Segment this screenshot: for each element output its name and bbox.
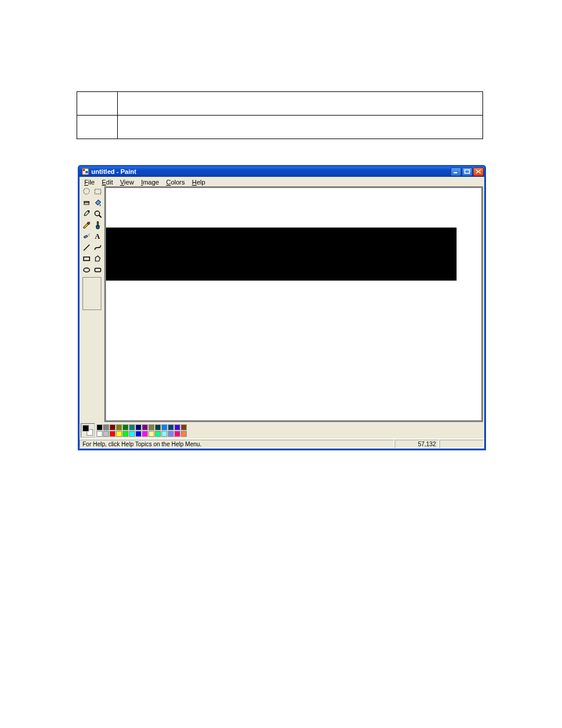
color-swatch[interactable] [168,431,174,437]
rectangle-icon [82,255,91,263]
color-swatch[interactable] [97,424,103,430]
airbrush-icon [82,232,91,241]
svg-rect-1 [83,169,85,171]
polygon-icon [94,255,102,263]
svg-rect-2 [85,171,88,173]
pencil-icon [82,221,91,229]
maximize-button[interactable] [462,167,472,176]
header-table [77,91,483,139]
svg-rect-20 [95,268,101,272]
svg-rect-8 [88,210,90,212]
status-size [439,440,484,448]
svg-text:A: A [95,232,100,241]
svg-line-17 [84,245,90,251]
ellipse-tool[interactable] [81,265,92,275]
svg-rect-7 [84,202,89,203]
color-swatch[interactable] [168,424,174,430]
color-swatch[interactable] [116,424,122,430]
color-swatch[interactable] [181,431,187,437]
menubar: File Edit View Image Colors Help File Ed… [80,177,484,186]
fill-tool[interactable] [92,197,103,208]
magnifier-icon [94,210,102,218]
pencil-tool[interactable] [81,220,92,230]
color-swatch[interactable] [142,424,148,430]
paint-window: untitled - Paint File Edit View Image Co… [78,165,486,450]
foreground-color-swatch [82,425,89,431]
status-coords: 57,132 [395,440,439,448]
eraser-icon [82,199,91,207]
svg-rect-12 [97,222,98,226]
rect-select-icon [94,187,102,196]
color-swatch[interactable] [110,431,115,437]
menu-file[interactable]: File [81,178,98,186]
color-swatch[interactable] [161,424,167,430]
svg-rect-3 [454,172,457,173]
svg-point-15 [88,235,89,236]
menu-view[interactable]: View [117,178,138,186]
svg-rect-18 [84,257,90,261]
color-swatch[interactable] [181,424,187,430]
brush-icon [94,221,102,229]
bucket-icon [94,199,102,207]
table-row [77,92,482,115]
rounded-rect-tool[interactable] [92,265,103,275]
color-swatch[interactable] [174,424,180,430]
titlebar[interactable]: untitled - Paint [79,166,485,177]
toolbox: A [80,186,104,422]
color-swatch[interactable] [116,431,122,437]
color-swatch[interactable] [97,431,103,437]
color-swatch[interactable] [103,424,109,430]
text-tool[interactable]: A [92,231,103,242]
rect-select-tool[interactable] [92,186,103,197]
line-tool[interactable] [81,242,92,253]
eyedropper-icon [82,210,91,218]
rectangle-tool[interactable] [81,253,92,264]
svg-point-13 [88,234,88,235]
close-button[interactable] [473,167,484,176]
menu-help[interactable]: Help [189,178,209,186]
rounded-rect-icon [94,266,102,274]
table-cell [77,92,118,115]
current-colors-indicator[interactable] [81,423,95,437]
svg-line-10 [99,215,101,218]
canvas[interactable] [106,188,481,420]
brush-tool[interactable] [92,220,103,230]
color-swatch[interactable] [142,431,148,437]
menu-colors[interactable]: Colors [163,178,189,186]
color-swatch[interactable] [174,431,180,437]
table-cell [118,92,482,115]
line-icon [82,243,91,252]
color-swatch[interactable] [148,424,154,430]
color-swatch[interactable] [110,424,115,430]
color-swatch[interactable] [135,431,141,437]
color-swatch[interactable] [123,431,128,437]
color-swatch[interactable] [129,424,135,430]
color-swatch[interactable] [155,424,161,430]
tool-options[interactable] [82,277,101,310]
svg-rect-5 [95,189,101,194]
polygon-tool[interactable] [92,253,103,264]
color-swatch[interactable] [129,431,135,437]
table-row [77,115,482,139]
paint-app-icon [81,167,90,176]
svg-point-9 [95,211,100,216]
color-swatch[interactable] [135,424,141,430]
airbrush-tool[interactable] [81,231,92,242]
color-swatch[interactable] [148,431,154,437]
color-swatch[interactable] [161,431,167,437]
curve-tool[interactable] [92,242,103,253]
magnifier-tool[interactable] [92,209,103,219]
canvas-scroll-area[interactable] [104,186,483,422]
svg-point-14 [89,233,90,234]
table-cell [118,116,482,139]
free-select-tool[interactable] [81,186,92,197]
eyedropper-tool[interactable] [81,209,92,219]
color-swatch[interactable] [103,431,109,437]
color-swatch[interactable] [155,431,161,437]
color-swatch[interactable] [123,424,128,430]
eraser-tool[interactable] [81,197,92,208]
minimize-button[interactable] [451,167,461,176]
menu-edit[interactable]: Edit [98,178,117,186]
color-palette [80,422,484,439]
menu-image[interactable]: Image [137,178,163,186]
